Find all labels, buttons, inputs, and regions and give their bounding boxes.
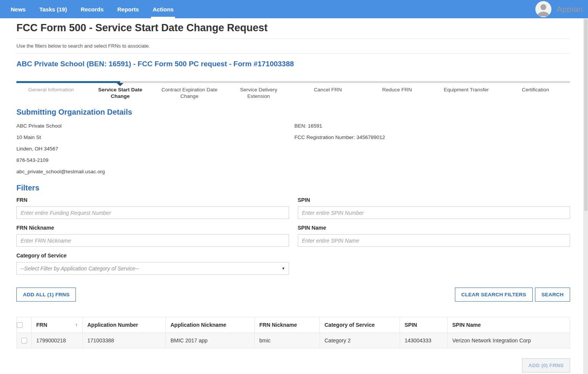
wizard-steps: General Information Service Start Date C… xyxy=(16,81,570,99)
cell-application-nickname: BMIC 2017 app xyxy=(166,333,255,348)
column-header-category-of-service[interactable]: Category of Service xyxy=(320,317,400,333)
search-button[interactable]: SEARCH xyxy=(535,288,570,302)
org-details-heading: Submitting Organization Details xyxy=(16,108,570,117)
org-email: abc_private_school@testmail.usac.org xyxy=(16,166,293,177)
nav-menu: News Tasks (19) Records Reports Actions xyxy=(11,0,174,18)
frn-results-table: FRN ↑ Application Number Application Nic… xyxy=(16,317,570,348)
spin-input[interactable] xyxy=(298,206,570,219)
wizard-progress-bar xyxy=(16,81,570,83)
category-of-service-selected-value: --Select Filter by Application Category … xyxy=(21,265,139,272)
wizard-step-reduce-frn[interactable]: Reduce FRN xyxy=(363,86,432,99)
wizard-step-service-start-date-change[interactable]: Service Start Date Change xyxy=(86,86,155,99)
column-header-frn[interactable]: FRN ↑ xyxy=(32,317,83,333)
org-address-street: 10 Main St xyxy=(16,132,293,143)
page-scrollbar[interactable] xyxy=(583,18,588,374)
filters-form: FRN FRN Nickname Category of Service --S… xyxy=(16,197,570,280)
user-avatar-icon[interactable] xyxy=(535,1,551,17)
cell-category-of-service: Category 2 xyxy=(320,333,400,348)
org-details: ABC Private School 10 Main St Linden, OH… xyxy=(16,120,570,177)
wizard-progress-fill xyxy=(16,81,120,83)
divider xyxy=(16,38,570,39)
category-of-service-select[interactable]: --Select Filter by Application Category … xyxy=(16,262,289,275)
org-phone: 876-543-2109 xyxy=(16,155,293,166)
org-name: ABC Private School xyxy=(16,120,293,132)
org-ben: BEN: 16591 xyxy=(294,120,570,132)
frn-input[interactable] xyxy=(16,206,289,219)
frn-label: FRN xyxy=(16,197,289,203)
page-title: FCC Form 500 - Service Start Date Change… xyxy=(16,22,570,34)
wizard-current-step-arrow-icon xyxy=(117,83,124,86)
nav-item-actions[interactable]: Actions xyxy=(153,0,174,18)
wizard-step-service-delivery-extension[interactable]: Service Delivery Extension xyxy=(224,86,294,99)
divider xyxy=(16,53,570,54)
cell-frn: 1799000218 xyxy=(32,333,83,348)
column-header-application-nickname[interactable]: Application Nickname xyxy=(166,317,255,333)
spin-name-input[interactable] xyxy=(298,234,570,247)
select-all-checkbox[interactable] xyxy=(17,322,22,328)
add-all-frns-button[interactable]: ADD ALL (1) FRNS xyxy=(16,288,76,302)
add-selected-frns-button[interactable]: ADD (0) FRNS xyxy=(522,358,570,372)
frn-nickname-label: FRN Nickname xyxy=(16,225,289,231)
wizard-step-equipment-transfer[interactable]: Equipment Transfer xyxy=(432,86,501,99)
chevron-down-icon: ▼ xyxy=(282,267,285,270)
cell-frn-nickname: bmic xyxy=(255,333,320,348)
form-heading: ABC Private School (BEN: 16591) - FCC Fo… xyxy=(16,60,570,68)
column-header-spin-name[interactable]: SPIN Name xyxy=(448,317,570,333)
column-header-application-number[interactable]: Application Number xyxy=(83,317,166,333)
appian-logo: Appian xyxy=(557,5,583,14)
frn-nickname-input[interactable] xyxy=(16,234,289,247)
nav-item-tasks[interactable]: Tasks (19) xyxy=(39,0,67,18)
org-address-city: Linden, OH 34567 xyxy=(16,143,293,155)
sort-ascending-icon[interactable]: ↑ xyxy=(75,322,78,328)
wizard-step-contract-expiration-date-change[interactable]: Contract Expiration Date Change xyxy=(155,86,224,99)
cell-spin-name: Verizon Network Integration Corp xyxy=(448,333,570,348)
nav-item-news[interactable]: News xyxy=(11,0,26,18)
nav-item-records[interactable]: Records xyxy=(80,0,103,18)
spin-label: SPIN xyxy=(298,197,570,203)
column-header-spin[interactable]: SPIN xyxy=(400,317,448,333)
cell-application-number: 171003388 xyxy=(83,333,166,348)
row-select-checkbox[interactable] xyxy=(21,338,27,344)
table-header-row: FRN ↑ Application Number Application Nic… xyxy=(17,317,570,333)
category-of-service-label: Category of Service xyxy=(16,253,289,259)
clear-search-filters-button[interactable]: CLEAR SEARCH FILTERS xyxy=(455,288,533,302)
scrollbar-thumb[interactable] xyxy=(584,19,588,211)
column-header-frn-nickname[interactable]: FRN Nickname xyxy=(255,317,320,333)
wizard-step-certification[interactable]: Certification xyxy=(501,86,570,99)
page-instructions: Use the filters below to search and sele… xyxy=(16,43,570,49)
column-header-frn-label: FRN xyxy=(36,322,47,328)
cell-spin: 143004333 xyxy=(400,333,448,348)
nav-item-reports[interactable]: Reports xyxy=(117,0,139,18)
top-nav: News Tasks (19) Records Reports Actions … xyxy=(0,0,588,18)
org-fcc-registration-number: FCC Registration Number: 3456789012 xyxy=(294,132,570,143)
wizard-step-cancel-frn[interactable]: Cancel FRN xyxy=(293,86,363,99)
filters-heading: Filters xyxy=(16,184,570,192)
table-row: 1799000218 171003388 BMIC 2017 app bmic … xyxy=(17,333,570,348)
spin-name-label: SPIN Name xyxy=(298,225,570,231)
wizard-step-general-information[interactable]: General Information xyxy=(16,86,86,99)
